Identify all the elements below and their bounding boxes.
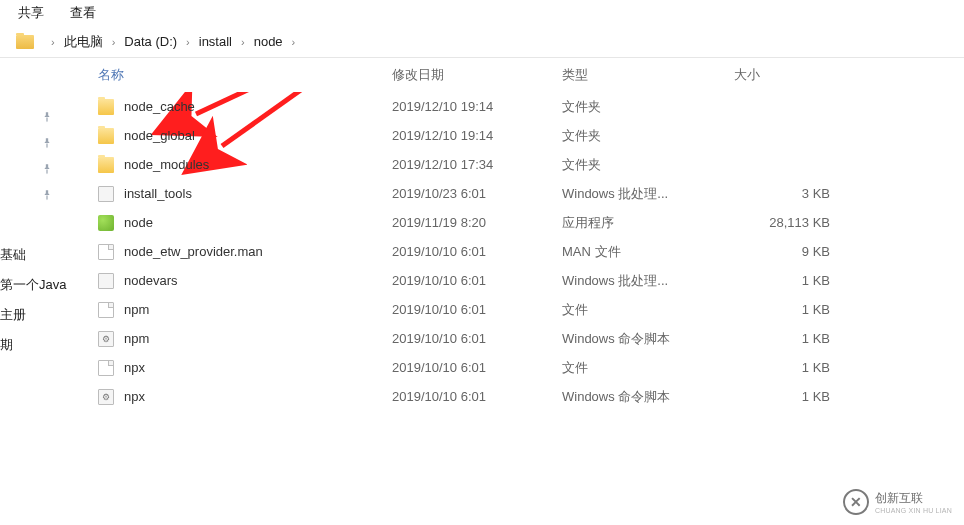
chevron-right-icon[interactable]: › (103, 36, 125, 48)
file-name: node (124, 215, 153, 230)
column-name[interactable]: 名称 (98, 66, 392, 84)
file-size: 28,113 KB (734, 215, 846, 230)
watermark-logo-icon: ✕ (843, 489, 869, 515)
breadcrumb-seg[interactable]: install (199, 34, 232, 49)
file-size: 1 KB (734, 331, 846, 346)
gear-icon (98, 186, 114, 202)
pin-icon[interactable] (0, 182, 72, 208)
file-type: 文件夹 (562, 156, 734, 174)
folder-icon (98, 99, 114, 115)
file-date: 2019/10/10 6:01 (392, 273, 562, 288)
file-date: 2019/12/10 19:14 (392, 99, 562, 114)
breadcrumb-seg[interactable]: node (254, 34, 283, 49)
file-row[interactable]: node_etw_provider.man2019/10/10 6:01MAN … (72, 237, 964, 266)
cmd-icon (98, 331, 114, 347)
file-row[interactable]: npx2019/10/10 6:01文件1 KB (72, 353, 964, 382)
file-list: 名称 修改日期 类型 大小 node_cache2019/12/10 19:14… (72, 58, 964, 525)
file-name: npx (124, 389, 145, 404)
file-type: Windows 批处理... (562, 272, 734, 290)
file-row[interactable]: npm2019/10/10 6:01Windows 命令脚本1 KB (72, 324, 964, 353)
file-name: npm (124, 331, 149, 346)
file-size: 1 KB (734, 389, 846, 404)
file-size: 1 KB (734, 273, 846, 288)
file-name: node_cache (124, 99, 195, 114)
folder-icon (16, 35, 34, 49)
menu-share[interactable]: 共享 (18, 4, 44, 22)
file-type: 文件夹 (562, 98, 734, 116)
file-type: 文件 (562, 359, 734, 377)
file-name: node_global (124, 128, 195, 143)
file-date: 2019/10/23 6:01 (392, 186, 562, 201)
pin-icon[interactable] (0, 104, 72, 130)
folder-icon (98, 128, 114, 144)
pin-icon[interactable] (0, 130, 72, 156)
file-row[interactable]: npx2019/10/10 6:01Windows 命令脚本1 KB (72, 382, 964, 411)
chevron-right-icon[interactable]: › (42, 36, 64, 48)
chevron-right-icon[interactable]: › (283, 36, 305, 48)
file-size: 9 KB (734, 244, 846, 259)
chevron-right-icon[interactable]: › (177, 36, 199, 48)
file-name: npm (124, 302, 149, 317)
file-name: install_tools (124, 186, 192, 201)
file-name: node_etw_provider.man (124, 244, 263, 259)
file-row[interactable]: node_modules2019/12/10 17:34文件夹 (72, 150, 964, 179)
file-icon (98, 302, 114, 318)
file-row[interactable]: node2019/11/19 8:20应用程序28,113 KB (72, 208, 964, 237)
file-type: 文件 (562, 301, 734, 319)
breadcrumb[interactable]: › 此电脑 › Data (D:) › install › node › (0, 26, 964, 58)
node-icon (98, 215, 114, 231)
column-size[interactable]: 大小 (734, 66, 846, 84)
file-date: 2019/10/10 6:01 (392, 302, 562, 317)
file-size: 1 KB (734, 360, 846, 375)
file-size: 3 KB (734, 186, 846, 201)
file-icon (98, 360, 114, 376)
file-name: nodevars (124, 273, 177, 288)
column-modified[interactable]: 修改日期 (392, 66, 562, 84)
file-type: Windows 命令脚本 (562, 330, 734, 348)
column-headers: 名称 修改日期 类型 大小 (72, 58, 964, 92)
file-row[interactable]: node_global2019/12/10 19:14文件夹 (72, 121, 964, 150)
file-type: MAN 文件 (562, 243, 734, 261)
watermark-brand: 创新互联 (875, 490, 952, 507)
file-size: 1 KB (734, 302, 846, 317)
file-name: node_modules (124, 157, 209, 172)
top-menu: 共享 查看 (0, 0, 964, 26)
watermark-sub: CHUANG XIN HU LIAN (875, 507, 952, 514)
file-row[interactable]: npm2019/10/10 6:01文件1 KB (72, 295, 964, 324)
file-type: Windows 批处理... (562, 185, 734, 203)
gear-icon (98, 273, 114, 289)
file-date: 2019/10/10 6:01 (392, 244, 562, 259)
chevron-right-icon[interactable]: › (232, 36, 254, 48)
file-date: 2019/10/10 6:01 (392, 360, 562, 375)
file-date: 2019/10/10 6:01 (392, 389, 562, 404)
cropped-side-text: 基础 第一个Java 主册 期 (0, 240, 66, 360)
menu-view[interactable]: 查看 (70, 4, 96, 22)
file-date: 2019/12/10 19:14 (392, 128, 562, 143)
file-date: 2019/10/10 6:01 (392, 331, 562, 346)
cmd-icon (98, 389, 114, 405)
breadcrumb-seg[interactable]: Data (D:) (124, 34, 177, 49)
file-row[interactable]: nodevars2019/10/10 6:01Windows 批处理...1 K… (72, 266, 964, 295)
file-name: npx (124, 360, 145, 375)
file-type: 应用程序 (562, 214, 734, 232)
folder-icon (98, 157, 114, 173)
column-type[interactable]: 类型 (562, 66, 734, 84)
file-icon (98, 244, 114, 260)
pin-icon[interactable] (0, 156, 72, 182)
file-date: 2019/11/19 8:20 (392, 215, 562, 230)
watermark: ✕ 创新互联 CHUANG XIN HU LIAN (843, 489, 952, 515)
file-row[interactable]: install_tools2019/10/23 6:01Windows 批处理.… (72, 179, 964, 208)
breadcrumb-seg[interactable]: 此电脑 (64, 33, 103, 51)
file-date: 2019/12/10 17:34 (392, 157, 562, 172)
file-type: 文件夹 (562, 127, 734, 145)
file-row[interactable]: node_cache2019/12/10 19:14文件夹 (72, 92, 964, 121)
file-type: Windows 命令脚本 (562, 388, 734, 406)
